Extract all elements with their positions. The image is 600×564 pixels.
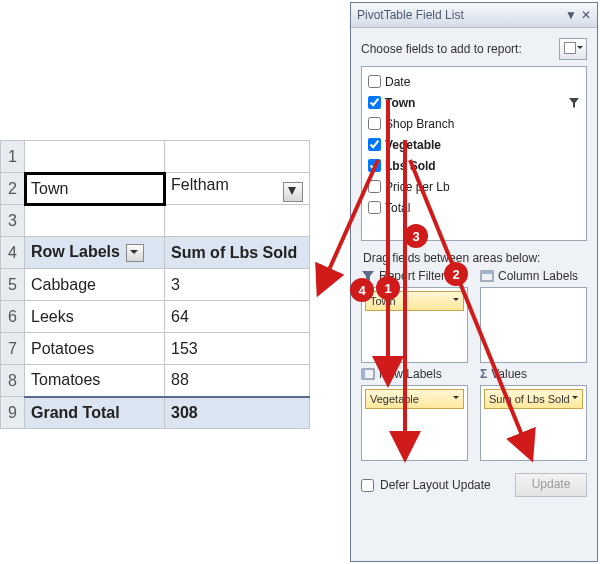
- values-header: Sum of Lbs Sold: [165, 237, 310, 269]
- grand-total-label: Grand Total: [25, 397, 165, 429]
- field-item: Price per Lb: [368, 176, 580, 197]
- grand-total-value: 308: [165, 397, 310, 429]
- report-filter-area[interactable]: Town: [361, 287, 468, 363]
- filter-value-cell[interactable]: Feltham: [165, 173, 310, 205]
- defer-update-label: Defer Layout Update: [380, 478, 509, 492]
- layout-options-button[interactable]: [559, 38, 587, 60]
- rows-icon: [361, 367, 375, 381]
- field-checkbox[interactable]: [368, 180, 381, 193]
- values-header: ΣValues: [480, 367, 587, 381]
- field-checkbox[interactable]: [368, 96, 381, 109]
- table-row[interactable]: Potatoes: [25, 333, 165, 365]
- close-icon[interactable]: ✕: [581, 8, 591, 22]
- drag-instructions: Drag fields between areas below:: [363, 251, 587, 265]
- row-labels-header[interactable]: Row Labels: [25, 237, 165, 269]
- field-checkbox[interactable]: [368, 117, 381, 130]
- table-row[interactable]: Leeks: [25, 301, 165, 333]
- field-item: Shop Branch: [368, 113, 580, 134]
- field-checkbox[interactable]: [368, 138, 381, 151]
- row-labels-header: Row Labels: [361, 367, 468, 381]
- panel-titlebar[interactable]: PivotTable Field List ▼ ✕: [351, 3, 597, 28]
- field-chip[interactable]: Town: [365, 291, 464, 311]
- panel-title-text: PivotTable Field List: [357, 8, 464, 22]
- column-labels-header: Column Labels: [480, 269, 587, 283]
- chevron-down-icon[interactable]: ▼: [565, 8, 575, 22]
- row-labels-area[interactable]: Vegetable: [361, 385, 468, 461]
- field-item: Town: [368, 92, 580, 113]
- field-item: Lbs Sold: [368, 155, 580, 176]
- table-row[interactable]: Tomatoes: [25, 365, 165, 397]
- field-list[interactable]: Date Town Shop Branch Vegetable Lbs Sold…: [361, 66, 587, 241]
- field-chip[interactable]: Vegetable: [365, 389, 464, 409]
- funnel-icon: [568, 97, 580, 109]
- field-item: Date: [368, 71, 580, 92]
- filter-field-cell[interactable]: Town: [25, 173, 165, 205]
- choose-fields-label: Choose fields to add to report:: [361, 42, 559, 56]
- svg-rect-3: [362, 369, 365, 379]
- filter-dropdown-icon[interactable]: [283, 182, 303, 202]
- report-filter-header: Report Filter: [361, 269, 468, 283]
- pivot-table-sheet: 1 2 Town Feltham 3 4 Row Labels Sum of L…: [0, 140, 310, 429]
- field-checkbox[interactable]: [368, 75, 381, 88]
- field-checkbox[interactable]: [368, 159, 381, 172]
- row-header: 1: [1, 141, 25, 173]
- row-labels-dropdown-icon[interactable]: [126, 244, 144, 262]
- field-checkbox[interactable]: [368, 201, 381, 214]
- pivot-field-list-panel: PivotTable Field List ▼ ✕ Choose fields …: [350, 2, 598, 562]
- funnel-icon: [361, 269, 375, 283]
- defer-update-checkbox[interactable]: [361, 479, 374, 492]
- field-item: Total: [368, 197, 580, 218]
- columns-icon: [480, 269, 494, 283]
- values-area[interactable]: Sum of Lbs Sold: [480, 385, 587, 461]
- table-row[interactable]: Cabbage: [25, 269, 165, 301]
- column-labels-area[interactable]: [480, 287, 587, 363]
- field-chip[interactable]: Sum of Lbs Sold: [484, 389, 583, 409]
- update-button[interactable]: Update: [515, 473, 587, 497]
- svg-rect-1: [481, 271, 493, 274]
- field-item: Vegetable: [368, 134, 580, 155]
